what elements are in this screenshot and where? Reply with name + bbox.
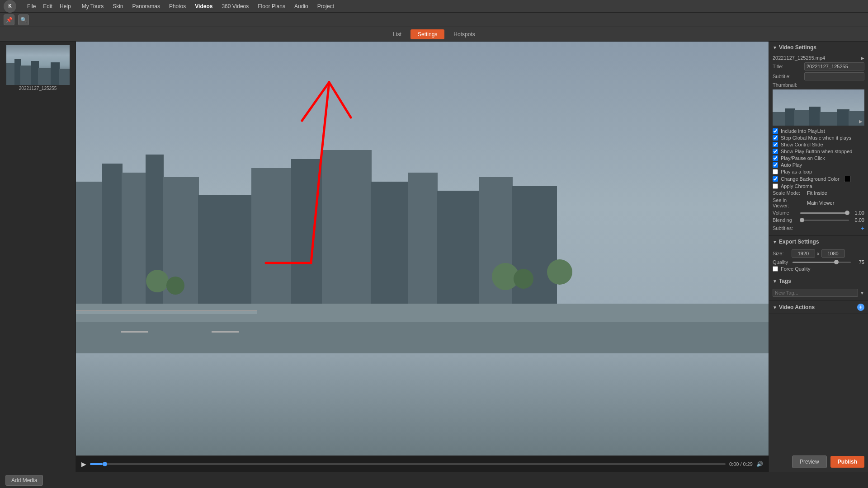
subtitle-input[interactable] bbox=[804, 72, 864, 80]
preview-button[interactable]: Preview bbox=[792, 455, 827, 468]
checkbox-stop-global-music[interactable]: Stop Global Music when it plays bbox=[773, 135, 864, 141]
export-settings-header[interactable]: ▼ Export Settings bbox=[769, 236, 868, 248]
nav-panoramas[interactable]: Panoramas bbox=[132, 3, 160, 9]
toolbar: 📌 🔍 bbox=[0, 13, 868, 27]
blending-value: 0.00 bbox=[852, 217, 864, 223]
quality-slider[interactable] bbox=[793, 262, 851, 263]
volume-button[interactable]: 🔊 bbox=[756, 461, 763, 467]
tab-hotspots[interactable]: Hotspots bbox=[446, 29, 482, 39]
nav-videos[interactable]: Videos bbox=[195, 3, 212, 9]
checkbox-apply-chroma-input[interactable] bbox=[773, 183, 778, 189]
checkbox-play-pause-click-input[interactable] bbox=[773, 155, 778, 161]
video-actions-section: ▼ Video Actions + bbox=[769, 301, 868, 314]
checkbox-play-loop-input[interactable] bbox=[773, 169, 778, 174]
subtitle-row: Subtitle: bbox=[773, 72, 864, 80]
quality-fill bbox=[793, 262, 836, 263]
checkbox-change-bg-color-label: Change Background Color bbox=[781, 176, 840, 182]
tag-input[interactable] bbox=[773, 289, 858, 297]
export-height-input[interactable] bbox=[821, 249, 845, 258]
tag-input-expand-icon[interactable]: ▼ bbox=[860, 291, 864, 296]
thumbnail-label: Thumbnail: bbox=[773, 82, 804, 88]
bg-color-swatch[interactable] bbox=[844, 176, 850, 182]
thumbnail-preview[interactable]: ▶ bbox=[773, 89, 864, 126]
media-thumbnail-item[interactable]: 20221127_125255 bbox=[6, 45, 70, 91]
nav-project[interactable]: Project bbox=[317, 3, 334, 9]
checkbox-stop-global-music-input[interactable] bbox=[773, 135, 778, 141]
volume-label: Volume bbox=[773, 210, 797, 216]
nav-floor-plans[interactable]: Floor Plans bbox=[258, 3, 285, 9]
bottom-bar: Add Media bbox=[0, 472, 868, 488]
nav-skin[interactable]: Skin bbox=[113, 3, 123, 9]
scale-mode-value[interactable]: Fit Inside bbox=[807, 190, 864, 196]
checkbox-play-pause-click[interactable]: Play/Pause on Click bbox=[773, 155, 864, 161]
nav-photos[interactable]: Photos bbox=[169, 3, 186, 9]
checkbox-change-bg-color[interactable]: Change Background Color bbox=[773, 176, 864, 182]
checkbox-include-playlist[interactable]: Include into PlayList bbox=[773, 128, 864, 134]
svg-rect-39 bbox=[773, 112, 786, 126]
export-width-input[interactable] bbox=[792, 249, 815, 258]
chevron-down-icon-actions: ▼ bbox=[773, 305, 777, 310]
title-input[interactable] bbox=[804, 62, 864, 70]
checkbox-show-control-slide[interactable]: Show Control Slide bbox=[773, 142, 864, 147]
checkbox-include-playlist-input[interactable] bbox=[773, 128, 778, 134]
export-size-row: Size: x bbox=[773, 249, 864, 258]
tab-list[interactable]: List bbox=[386, 29, 409, 39]
see-in-viewer-value[interactable]: Main Viewer bbox=[807, 200, 864, 206]
checkbox-show-play-button[interactable]: Show Play Button when stopped bbox=[773, 149, 864, 154]
progress-bar[interactable] bbox=[90, 463, 726, 465]
volume-value: 1.00 bbox=[852, 210, 864, 216]
menu-help[interactable]: Help bbox=[60, 3, 71, 9]
quality-value: 75 bbox=[854, 259, 864, 265]
checkbox-change-bg-color-input[interactable] bbox=[773, 176, 778, 182]
video-actions-header[interactable]: ▼ Video Actions + bbox=[769, 301, 868, 314]
svg-rect-6 bbox=[59, 69, 70, 85]
pin-button[interactable]: 📌 bbox=[4, 14, 14, 25]
publish-button[interactable]: Publish bbox=[830, 456, 864, 468]
add-media-button[interactable]: Add Media bbox=[5, 475, 43, 486]
quality-row: Quality 75 bbox=[773, 259, 864, 265]
force-quality-input[interactable] bbox=[773, 266, 778, 272]
menu-file[interactable]: File bbox=[27, 3, 36, 9]
checkbox-auto-play[interactable]: Auto Play bbox=[773, 162, 864, 168]
video-container bbox=[76, 42, 769, 455]
tags-header[interactable]: ▼ Tags bbox=[769, 275, 868, 287]
blending-slider[interactable] bbox=[800, 220, 849, 221]
checkbox-auto-play-input[interactable] bbox=[773, 162, 778, 168]
export-settings-title: Export Settings bbox=[779, 239, 819, 245]
svg-point-32 bbox=[547, 259, 572, 285]
video-settings-section: ▼ Video Settings 20221127_125255.mp4 ▶ T… bbox=[769, 42, 868, 236]
volume-slider[interactable] bbox=[800, 212, 849, 214]
filename-expand-icon[interactable]: ▶ bbox=[861, 56, 864, 61]
quality-label: Quality bbox=[773, 259, 790, 265]
nav-my-tours[interactable]: My Tours bbox=[82, 3, 104, 9]
video-actions-add-button[interactable]: + bbox=[857, 304, 864, 311]
checkbox-show-control-slide-input[interactable] bbox=[773, 142, 778, 147]
volume-thumb bbox=[845, 211, 849, 215]
svg-rect-4 bbox=[38, 68, 52, 85]
svg-rect-2 bbox=[20, 66, 32, 85]
force-quality-row[interactable]: Force Quality bbox=[773, 266, 864, 272]
subtitles-label: Subtitles: bbox=[773, 225, 804, 231]
nav-360-videos[interactable]: 360 Videos bbox=[222, 3, 249, 9]
subtitles-add-icon[interactable]: + bbox=[861, 225, 864, 232]
svg-rect-1 bbox=[14, 59, 21, 85]
tags-section: ▼ Tags ▼ bbox=[769, 275, 868, 301]
checkbox-auto-play-label: Auto Play bbox=[781, 162, 802, 168]
play-button[interactable]: ▶ bbox=[81, 460, 86, 468]
tab-settings[interactable]: Settings bbox=[410, 29, 444, 39]
checkbox-play-loop[interactable]: Play as a loop bbox=[773, 169, 864, 174]
checkbox-play-loop-label: Play as a loop bbox=[781, 169, 812, 174]
tags-content: ▼ bbox=[769, 287, 868, 300]
checkbox-show-play-button-input[interactable] bbox=[773, 149, 778, 154]
menu-bar: K File Edit Help My Tours Skin Panoramas… bbox=[0, 0, 868, 13]
checkbox-show-control-slide-label: Show Control Slide bbox=[781, 142, 823, 147]
video-settings-header[interactable]: ▼ Video Settings bbox=[769, 42, 868, 53]
main-content: 20221127_125255 bbox=[0, 42, 868, 472]
checkbox-apply-chroma[interactable]: Apply Chroma bbox=[773, 183, 864, 189]
search-button[interactable]: 🔍 bbox=[18, 14, 29, 25]
scale-mode-row: Scale Mode: Fit Inside bbox=[773, 190, 864, 196]
nav-audio[interactable]: Audio bbox=[294, 3, 308, 9]
thumbnail-label: 20221127_125255 bbox=[6, 86, 70, 91]
right-panel: ▼ Video Settings 20221127_125255.mp4 ▶ T… bbox=[769, 42, 868, 472]
menu-edit[interactable]: Edit bbox=[43, 3, 52, 9]
